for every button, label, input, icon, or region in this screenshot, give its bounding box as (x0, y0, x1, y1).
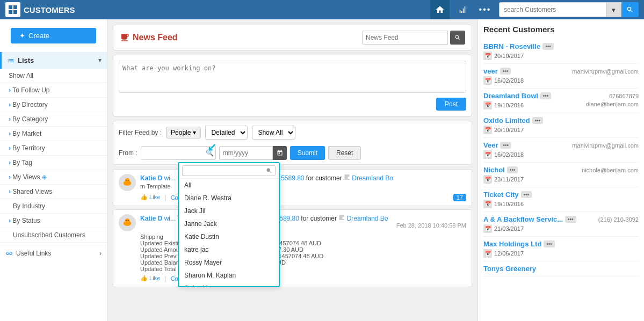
cal-icon-max: 📅 (483, 249, 492, 258)
chart-nav-btn[interactable] (453, 0, 472, 19)
detailed-select[interactable]: Detailed (205, 126, 248, 140)
sidebar-item-by-territory[interactable]: › By Territory (0, 141, 107, 156)
from-search-input[interactable] (141, 146, 216, 160)
separator-1: | (164, 193, 166, 201)
feed-item-2-actions: 👍 Like | Comment (119, 274, 466, 282)
feed-customer-icon-2 (338, 214, 345, 221)
nichol-name-text[interactable]: Nichol (483, 166, 505, 174)
cal-icon-ticket: 📅 (483, 200, 492, 208)
people-item-all[interactable]: All (179, 179, 279, 192)
sidebar-item-by-category[interactable]: › By Category (0, 112, 107, 127)
like-label-1: Like (149, 194, 160, 200)
bbrn-more-btn[interactable]: ••• (542, 43, 554, 50)
tonys-name-text[interactable]: Tonys Greenery (483, 265, 536, 273)
search-dropdown-btn[interactable]: ▾ (606, 2, 621, 17)
oxido-more-btn[interactable]: ••• (532, 117, 544, 124)
ticket-name-text[interactable]: Ticket City (483, 191, 519, 199)
topbar: CUSTOMERS ••• ▾ (0, 0, 644, 19)
sidebar-item-shared-views[interactable]: › Shared Views (0, 185, 107, 199)
feed-for-2: for customer (301, 215, 338, 222)
sidebar-item-by-industry[interactable]: By Industry (0, 199, 107, 214)
cal-icon-nichol: 📅 (483, 175, 492, 184)
search-input[interactable] (499, 2, 606, 17)
sidebar-item-by-market[interactable]: › By Market (0, 127, 107, 141)
news-feed-search-btn[interactable] (450, 31, 465, 45)
post-button[interactable]: Post (436, 98, 466, 111)
recent-customer-bbrn-name: BBRN - Roseville ••• (483, 42, 639, 50)
max-name-text[interactable]: Max Holdings Ltd (483, 240, 541, 248)
feed-user-2[interactable]: Katie D (140, 215, 162, 222)
nichol-name: Nichol ••• (483, 166, 518, 174)
veer2-name: Veer ••• (483, 141, 511, 149)
people-item-katre[interactable]: katre jac (179, 243, 279, 256)
sidebar-item-unsubscribed[interactable]: Unsubscribed Customers (0, 228, 107, 243)
svg-point-7 (128, 180, 128, 180)
aaa-name-text[interactable]: A & A Backflow Servic... (483, 215, 563, 223)
feed-user-1[interactable]: Katie D (140, 174, 162, 182)
lists-section[interactable]: Lists ▾ (0, 52, 107, 69)
sidebar-item-by-directory[interactable]: › By Directory (0, 98, 107, 112)
post-textarea[interactable] (119, 61, 466, 93)
people-search-input[interactable] (182, 165, 276, 176)
veer2-name-text[interactable]: Veer (483, 141, 498, 149)
veer-name-text[interactable]: veer (483, 67, 498, 75)
people-item-sharon[interactable]: Sharon M. Kaplan (179, 269, 279, 282)
veer2-date: 📅 16/02/2018 (483, 150, 639, 159)
nichol-more-btn[interactable]: ••• (507, 166, 518, 173)
bbrn-name-text[interactable]: BBRN - Roseville (483, 42, 540, 50)
dreamland-more-btn[interactable]: ••• (540, 92, 552, 99)
sidebar-item-by-tag[interactable]: › By Tag (0, 156, 107, 170)
feed-for-1: for customer (306, 174, 344, 182)
cal-icon-aaa: 📅 (483, 224, 492, 233)
main-content: News Feed Post Filter Feed by : (107, 19, 477, 321)
people-filter-btn[interactable]: People ▾ (166, 127, 201, 138)
news-feed-search-input[interactable] (362, 31, 448, 45)
cal-icon-oxido: 📅 (483, 126, 492, 134)
people-item-janne[interactable]: Janne Jack (179, 217, 279, 230)
home-nav-btn[interactable] (430, 0, 450, 19)
sidebar-item-show-all[interactable]: Show All (0, 69, 107, 83)
reset-btn[interactable]: Reset (328, 146, 361, 160)
news-feed-search (362, 31, 465, 45)
more-nav-btn[interactable]: ••• (475, 0, 495, 19)
people-item-jack[interactable]: Jack Jil (179, 205, 279, 217)
submit-btn[interactable]: Submit (290, 146, 325, 160)
create-button[interactable]: ✦ Create (11, 28, 96, 43)
people-item-rossy[interactable]: Rossy Mayer (179, 256, 279, 269)
veer-more-btn[interactable]: ••• (500, 68, 511, 75)
sidebar-item-to-follow-up[interactable]: › To Follow Up (0, 83, 107, 98)
sidebar-item-my-views[interactable]: › My Views ⊕ (0, 170, 107, 185)
aaa-more-btn[interactable]: ••• (565, 216, 576, 223)
useful-links-arrow: › (99, 250, 102, 257)
ticket-more-btn[interactable]: ••• (521, 191, 532, 198)
from-label: From : (119, 149, 138, 157)
like-btn-1[interactable]: 👍 Like (140, 194, 160, 201)
sidebar-item-by-status[interactable]: › By Status (0, 214, 107, 228)
useful-links-item[interactable]: Useful Links › (0, 245, 107, 261)
people-item-sofey[interactable]: Sofey Mary (179, 282, 279, 286)
people-dropdown: All Diane R. Westra Jack Jil Janne Jack … (178, 162, 280, 287)
news-feed-title-text: News Feed (133, 33, 178, 42)
oxido-name: Oxido Limited ••• (483, 116, 639, 125)
show-all-select[interactable]: Show All (252, 126, 295, 140)
aaa-name: A & A Backflow Servic... ••• (483, 215, 576, 223)
cal-icon-veer2: 📅 (483, 150, 492, 159)
search-submit-btn[interactable] (621, 2, 639, 17)
people-item-katie[interactable]: Katie Dustin (179, 230, 279, 243)
oxido-name-text[interactable]: Oxido Limited (483, 116, 530, 125)
veer2-more-btn[interactable]: ••• (500, 142, 511, 149)
nichol-row: Nichol ••• nichole@berijam.com (483, 166, 639, 174)
max-more-btn[interactable]: ••• (544, 240, 555, 247)
feed-customer-link-2[interactable]: Dreamland Bo (347, 215, 388, 222)
like-btn-2[interactable]: 👍 Like (140, 275, 160, 282)
date-input[interactable] (219, 146, 273, 160)
calendar-btn[interactable] (273, 146, 287, 160)
cal-icon-dreamland: 📅 (483, 101, 492, 110)
people-item-diane[interactable]: Diane R. Westra (179, 192, 279, 205)
nichol-date: 📅 23/11/2017 (483, 175, 639, 184)
topbar-nav: ••• (430, 0, 495, 19)
dreamland-name-text[interactable]: Dreamland Bowl (483, 92, 538, 100)
feed-customer-link-1[interactable]: Dreamland Bo (352, 174, 393, 182)
feed-item-1-actions: 👍 Like | Comment 17 (119, 193, 466, 201)
svg-rect-1 (13, 5, 17, 9)
